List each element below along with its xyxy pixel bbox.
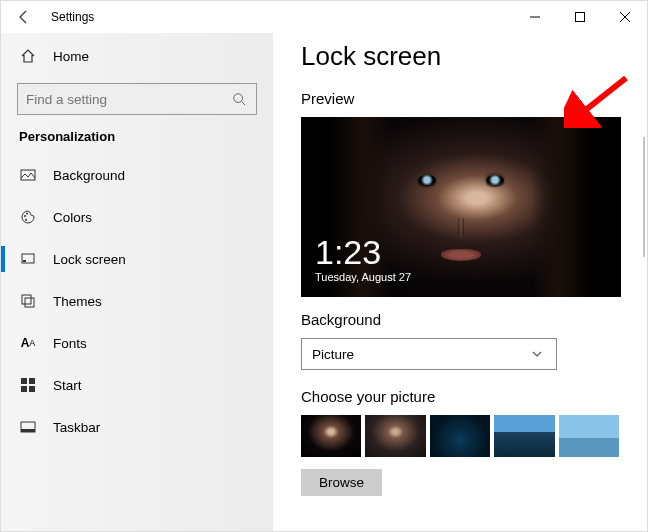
sidebar-home-label: Home [53,49,89,64]
choose-picture-label: Choose your picture [301,388,619,405]
page-title: Lock screen [301,41,619,72]
background-label: Background [301,311,619,328]
sidebar-item-background[interactable]: Background [1,154,273,196]
back-button[interactable] [9,9,39,25]
sidebar-category: Personalization [1,129,273,154]
picture-thumb[interactable] [365,415,425,457]
preview-time: 1:23 [315,235,411,269]
svg-point-2 [234,94,243,103]
themes-icon [19,292,37,310]
sidebar-item-label: Colors [53,210,92,225]
picture-thumb[interactable] [559,415,619,457]
sidebar-item-lock-screen[interactable]: Lock screen [1,238,273,280]
titlebar: Settings [1,1,647,33]
dropdown-value: Picture [312,347,354,362]
svg-rect-17 [21,429,35,432]
svg-rect-9 [23,260,26,262]
picture-thumb[interactable] [494,415,554,457]
scrollbar[interactable] [643,137,645,257]
preview-date: Tuesday, August 27 [315,271,411,283]
main-panel: Lock screen Preview 1:23 Tuesday, August… [273,33,647,531]
sidebar-item-label: Taskbar [53,420,100,435]
svg-rect-13 [29,378,35,384]
svg-rect-10 [22,295,31,304]
browse-button[interactable]: Browse [301,469,382,496]
home-icon [19,47,37,65]
svg-rect-11 [25,298,34,307]
picture-thumbnails [301,415,619,457]
close-button[interactable] [602,2,647,32]
sidebar-item-fonts[interactable]: AA Fonts [1,322,273,364]
svg-point-5 [24,215,26,217]
picture-icon [19,166,37,184]
chevron-down-icon [528,345,546,363]
sidebar-item-label: Background [53,168,125,183]
sidebar-item-label: Themes [53,294,102,309]
svg-line-3 [242,102,246,106]
sidebar-item-colors[interactable]: Colors [1,196,273,238]
sidebar-item-label: Lock screen [53,252,126,267]
window-title: Settings [51,10,94,24]
sidebar-item-start[interactable]: Start [1,364,273,406]
preview-clock: 1:23 Tuesday, August 27 [315,235,411,283]
taskbar-icon [19,418,37,436]
picture-thumb[interactable] [301,415,361,457]
sidebar-item-label: Fonts [53,336,87,351]
background-dropdown[interactable]: Picture [301,338,557,370]
preview-label: Preview [301,90,619,107]
maximize-button[interactable] [557,2,602,32]
sidebar-home[interactable]: Home [1,37,273,75]
picture-thumb[interactable] [430,415,490,457]
sidebar-item-label: Start [53,378,82,393]
search-box[interactable] [17,83,257,115]
fonts-icon: AA [19,334,37,352]
svg-rect-12 [21,378,27,384]
svg-point-6 [26,213,28,215]
palette-icon [19,208,37,226]
search-icon [230,90,248,108]
sidebar-item-themes[interactable]: Themes [1,280,273,322]
svg-point-7 [25,219,27,221]
svg-rect-15 [29,386,35,392]
minimize-button[interactable] [512,2,557,32]
start-icon [19,376,37,394]
svg-rect-14 [21,386,27,392]
sidebar: Home Personalization Background Colors L… [1,33,273,531]
svg-rect-1 [575,13,584,22]
lock-screen-preview: 1:23 Tuesday, August 27 [301,117,621,297]
lock-screen-icon [19,250,37,268]
sidebar-item-taskbar[interactable]: Taskbar [1,406,273,448]
search-input[interactable] [26,92,230,107]
